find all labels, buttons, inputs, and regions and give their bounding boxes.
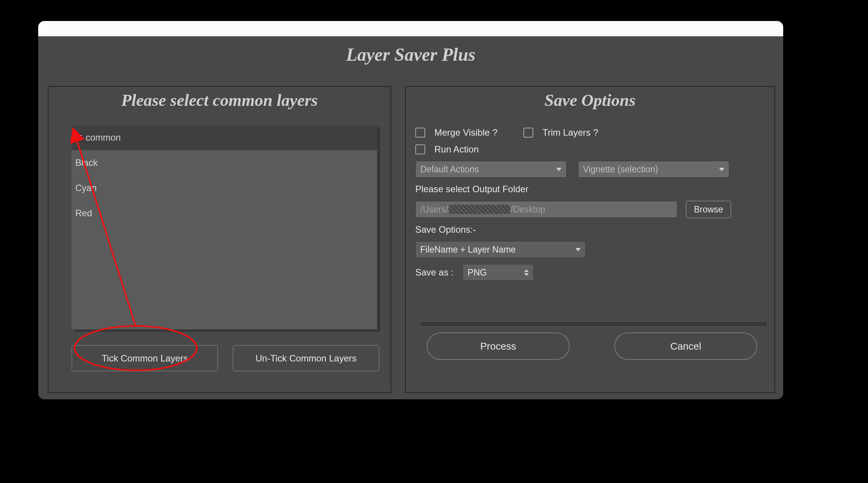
layer-row[interactable]: Cyan <box>71 175 377 201</box>
untick-common-layers-button[interactable]: Un-Tick Common Layers <box>233 345 379 371</box>
save-as-label: Save as : <box>415 267 453 278</box>
tick-common-layers-button[interactable]: Tick Common Layers <box>71 345 218 371</box>
merge-visible-checkbox[interactable] <box>415 128 425 138</box>
chevron-down-icon <box>575 248 581 251</box>
path-suffix: /Desktop <box>511 204 546 215</box>
layer-name: Cyan <box>75 183 97 193</box>
path-prefix: /Users/ <box>420 204 448 215</box>
run-action-checkbox[interactable] <box>415 144 425 154</box>
chevron-updown-icon <box>524 269 529 276</box>
app-title: Layer Saver Plus <box>38 44 783 65</box>
cancel-button[interactable]: Cancel <box>614 332 757 360</box>
layer-name: Red <box>75 208 92 219</box>
checkbox-icon[interactable] <box>75 134 83 141</box>
dialog-window: Layer Saver Plus Please select common la… <box>38 36 783 399</box>
left-heading: Please select common layers <box>49 91 390 110</box>
trim-layers-label: Trim Layers ? <box>542 127 598 138</box>
progress-bar <box>421 323 767 326</box>
redacted-username <box>449 205 510 214</box>
run-action-label: Run Action <box>434 144 479 155</box>
action-set-select[interactable]: Default Actions <box>415 161 567 178</box>
trim-layers-checkbox[interactable] <box>523 128 533 138</box>
layer-row-common[interactable]: common <box>71 125 377 150</box>
save-options-panel: Save Options Merge Visible ? Trim Layers… <box>405 86 775 393</box>
window-titlebar <box>38 21 783 36</box>
merge-visible-label: Merge Visible ? <box>434 127 497 138</box>
layer-name: common <box>86 132 121 143</box>
chevron-down-icon <box>556 168 562 171</box>
naming-value: FileName + Layer Name <box>420 245 516 255</box>
format-select[interactable]: PNG <box>463 264 534 281</box>
layer-row[interactable]: Red <box>71 201 377 226</box>
action-set-value: Default Actions <box>420 164 479 175</box>
process-button[interactable]: Process <box>427 332 570 360</box>
action-name-value: Vignette (selection) <box>583 164 658 175</box>
output-folder-label: Please select Output Folder <box>415 184 765 194</box>
output-path-input[interactable]: /Users/ /Desktop <box>415 201 677 218</box>
common-layers-panel: Please select common layers common Black… <box>48 86 391 393</box>
layer-list[interactable]: common Black Cyan Red <box>71 125 377 329</box>
layer-name: Black <box>75 157 98 168</box>
chevron-down-icon <box>719 168 724 171</box>
layer-row[interactable]: Black <box>71 150 377 175</box>
naming-select[interactable]: FileName + Layer Name <box>415 241 586 258</box>
save-options-label: Save Options:- <box>415 224 765 235</box>
browse-button[interactable]: Browse <box>686 201 731 218</box>
format-value: PNG <box>468 267 487 278</box>
action-name-select[interactable]: Vignette (selection) <box>578 161 729 178</box>
right-heading: Save Options <box>406 91 774 110</box>
